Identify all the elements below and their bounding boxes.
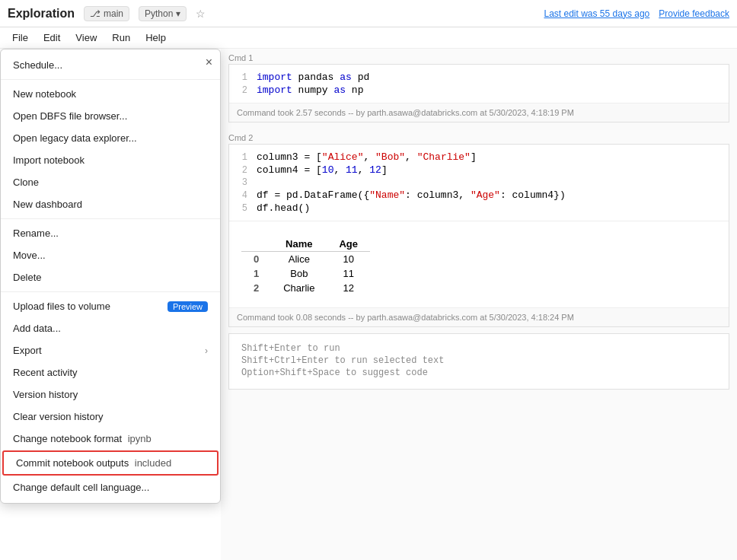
- menu-edit[interactable]: Edit: [37, 30, 66, 45]
- dropdown-new-dashboard[interactable]: New dashboard: [1, 193, 220, 215]
- code-line: 3: [229, 177, 729, 189]
- menu-file[interactable]: File: [6, 30, 34, 45]
- close-icon[interactable]: ×: [206, 56, 212, 69]
- line-number: 4: [229, 190, 257, 201]
- dropdown-version-history[interactable]: Version history: [1, 383, 220, 406]
- divider-3: [1, 291, 220, 292]
- file-dropdown-menu: × Schedule... New notebook Open DBFS fil…: [0, 49, 221, 504]
- code-line: 1 import pandas as pd: [229, 71, 729, 84]
- table-row: 2 Charlie 12: [241, 281, 370, 295]
- star-button[interactable]: ☆: [196, 8, 206, 20]
- cell-2-label: Cmd 2: [221, 129, 737, 144]
- line-content: df = pd.DataFrame({"Name": column3, "Age…: [257, 189, 729, 201]
- dropdown-open-dbfs[interactable]: Open DBFS file browser...: [1, 105, 220, 127]
- menu-view[interactable]: View: [69, 30, 103, 45]
- chevron-right-icon: ›: [205, 345, 208, 356]
- dropdown-change-default-language[interactable]: Change default cell language...: [1, 476, 220, 498]
- line-content: df.head(): [257, 202, 729, 214]
- last-edit-link[interactable]: Last edit was 55 days ago: [544, 8, 650, 19]
- cell-name: Charlie: [271, 281, 327, 295]
- line-content: import pandas as pd: [257, 72, 729, 83]
- cell-1-code: 1 import pandas as pd 2 import numpy as …: [229, 65, 729, 103]
- cell-1-footer: Command took 2.57 seconds -- by parth.as…: [229, 103, 729, 122]
- code-line: 2 import numpy as np: [229, 84, 729, 97]
- dropdown-new-notebook[interactable]: New notebook: [1, 83, 220, 105]
- code-area: Cmd 1 1 import pandas as pd 2 import num…: [221, 49, 737, 560]
- cell-name: Bob: [271, 266, 327, 281]
- table-header-age: Age: [327, 237, 370, 252]
- cell-2-code: 1 column3 = ["Alice", "Bob", "Charlie"] …: [229, 145, 729, 221]
- language-label: Python: [145, 8, 173, 19]
- app-title: Exploration: [8, 7, 75, 21]
- line-number: 1: [229, 152, 257, 163]
- code-line: 1 column3 = ["Alice", "Bob", "Charlie"]: [229, 151, 729, 164]
- output-table-container: Name Age 0 Alice 10 1: [229, 221, 729, 307]
- line-number: 5: [229, 203, 257, 214]
- dropdown-delete[interactable]: Delete: [1, 266, 220, 288]
- dropdown-recent-activity[interactable]: Recent activity: [1, 361, 220, 383]
- cell-age: 11: [327, 266, 370, 281]
- line-content: import numpy as np: [257, 84, 729, 96]
- format-suffix: ipynb: [128, 433, 152, 444]
- table-row: 0 Alice 10: [241, 252, 370, 267]
- feedback-link[interactable]: Provide feedback: [659, 8, 729, 19]
- menu-help[interactable]: Help: [139, 30, 172, 45]
- cell-1-label: Cmd 1: [221, 49, 737, 64]
- dropdown-move[interactable]: Move...: [1, 244, 220, 266]
- line-number: 2: [229, 165, 257, 176]
- dropdown-commit-notebook-outputs[interactable]: Commit notebook outputs included: [2, 450, 219, 476]
- table-header-idx: [241, 237, 271, 252]
- divider-1: [1, 79, 220, 80]
- hint-line-2: Shift+Ctrl+Enter to run selected text: [241, 355, 716, 366]
- line-number: 1: [229, 72, 257, 83]
- dropdown-open-legacy[interactable]: Open legacy data explorer...: [1, 127, 220, 149]
- code-line: 4 df = pd.DataFrame({"Name": column3, "A…: [229, 189, 729, 202]
- cell-2-footer: Command took 0.08 seconds -- by parth.as…: [229, 307, 729, 326]
- menu-bar: File Edit View Run Help: [0, 27, 737, 49]
- hint-cell[interactable]: Shift+Enter to run Shift+Ctrl+Enter to r…: [228, 333, 729, 390]
- row-index: 1: [241, 266, 271, 281]
- dropdown-import-notebook[interactable]: Import notebook: [1, 149, 220, 171]
- top-bar: Exploration ⎇ main Python ▾ ☆ Last edit …: [0, 0, 737, 27]
- cell-1-box[interactable]: 1 import pandas as pd 2 import numpy as …: [228, 64, 729, 123]
- line-number: 3: [229, 177, 257, 188]
- code-line: 2 column4 = [10, 11, 12]: [229, 164, 729, 177]
- cell-age: 10: [327, 252, 370, 267]
- branch-label: main: [104, 8, 123, 19]
- row-index: 0: [241, 252, 271, 267]
- hint-line-1: Shift+Enter to run: [241, 343, 716, 354]
- table-row: 1 Bob 11: [241, 266, 370, 281]
- divider-2: [1, 218, 220, 219]
- cell-age: 12: [327, 281, 370, 295]
- line-number: 2: [229, 85, 257, 96]
- dropdown-export[interactable]: Export ›: [1, 339, 220, 361]
- line-content: column4 = [10, 11, 12]: [257, 164, 729, 176]
- dropdown-schedule[interactable]: Schedule...: [1, 54, 220, 76]
- chevron-down-icon: ▾: [176, 8, 180, 19]
- hint-line-3: Option+Shift+Space to suggest code: [241, 368, 716, 378]
- cell-name: Alice: [271, 252, 327, 267]
- dropdown-clone[interactable]: Clone: [1, 171, 220, 193]
- cell-1: Cmd 1 1 import pandas as pd 2 import num…: [221, 49, 737, 123]
- branch-button[interactable]: ⎇ main: [84, 6, 129, 21]
- outputs-suffix: included: [135, 457, 171, 469]
- output-table: Name Age 0 Alice 10 1: [241, 237, 370, 295]
- dropdown-clear-version-history[interactable]: Clear version history: [1, 406, 220, 428]
- dropdown-add-data[interactable]: Add data...: [1, 317, 220, 339]
- line-content: column3 = ["Alice", "Bob", "Charlie"]: [257, 151, 729, 163]
- dropdown-change-notebook-format[interactable]: Change notebook format ipynb: [1, 428, 220, 450]
- menu-run[interactable]: Run: [106, 30, 136, 45]
- language-button[interactable]: Python ▾: [139, 6, 187, 21]
- code-line: 5 df.head(): [229, 202, 729, 215]
- cell-2-box[interactable]: 1 column3 = ["Alice", "Bob", "Charlie"] …: [228, 144, 729, 327]
- table-header-name: Name: [271, 237, 327, 252]
- dropdown-upload-files[interactable]: Upload files to volume Preview: [1, 295, 220, 317]
- dropdown-rename[interactable]: Rename...: [1, 222, 220, 244]
- row-index: 2: [241, 281, 271, 295]
- branch-icon: ⎇: [90, 8, 100, 19]
- cell-2: Cmd 2 1 column3 = ["Alice", "Bob", "Char…: [221, 129, 737, 327]
- preview-badge: Preview: [168, 301, 208, 312]
